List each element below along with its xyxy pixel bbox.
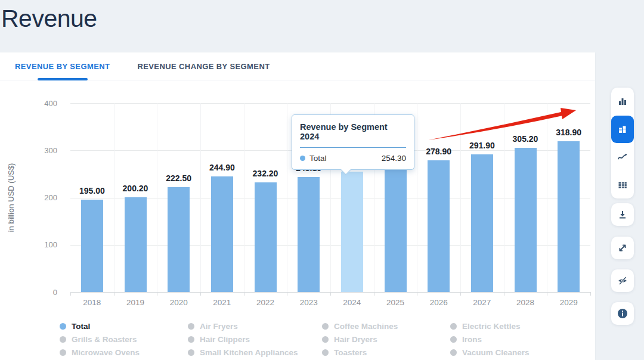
legend-label: Irons: [462, 335, 482, 344]
expand-icon: [617, 243, 628, 253]
tooltip-value: 254.30: [382, 154, 406, 163]
data-table-icon: [617, 179, 628, 190]
chart-bar-2028[interactable]: [515, 148, 537, 292]
x-axis-tick: [200, 292, 201, 296]
bar-value-label: 232.20: [242, 169, 289, 178]
chart-tooltip: Revenue by Segment 2024 Total 254.30: [292, 114, 414, 170]
legend-item-small-kitchen-appliances[interactable]: Small Kitchen Appliances: [188, 346, 322, 359]
x-axis-label: 2021: [200, 298, 243, 307]
legend-dot-icon: [450, 323, 457, 330]
legend-dot-icon: [188, 323, 194, 330]
x-axis-label: 2029: [547, 298, 590, 307]
line-chart-button[interactable]: [611, 143, 634, 171]
y-axis-tick-label: 400: [32, 100, 57, 107]
legend-label: Hair Dryers: [334, 335, 377, 344]
chart-bar-2018[interactable]: [81, 200, 103, 292]
chart-bar-2029[interactable]: [558, 141, 580, 292]
tooltip-divider: [300, 147, 406, 148]
legend-item-toasters[interactable]: Toasters: [322, 346, 450, 359]
bar-value-label: 222.50: [155, 173, 203, 183]
x-axis-tick: [287, 292, 287, 296]
info-button[interactable]: [611, 302, 634, 325]
series-dot-icon: [300, 156, 305, 161]
legend-dot-icon: [322, 349, 329, 356]
legend-label: Total: [72, 322, 90, 331]
x-axis-label: 2026: [417, 298, 460, 307]
segment-blocks-button[interactable]: [611, 116, 634, 144]
legend-item-vacuum-cleaners[interactable]: Vacuum Cleaners: [450, 346, 569, 359]
legend-label: Hair Clippers: [200, 335, 250, 344]
x-axis-tick: [460, 292, 461, 296]
vertical-gridline: [287, 103, 287, 292]
segment-blocks-icon: [617, 124, 628, 135]
legend-label: Small Kitchen Appliances: [200, 348, 298, 357]
legend-item-air-fryers[interactable]: Air Fryers: [188, 319, 322, 333]
y-axis-tick-label: 100: [32, 241, 57, 249]
x-axis-label: 2024: [330, 298, 373, 307]
bar-value-label: 318.90: [545, 128, 593, 137]
legend-label: Vacuum Cleaners: [462, 348, 530, 357]
x-axis-tick: [590, 292, 591, 296]
vertical-gridline: [504, 103, 504, 292]
legend-item-electric-kettles[interactable]: Electric Kettles: [450, 319, 569, 333]
legend-dot-icon: [450, 336, 457, 343]
y-axis-tick-label: 300: [32, 147, 57, 154]
legend-item-total[interactable]: Total: [60, 319, 188, 333]
chart-type-toolbar: [611, 88, 634, 198]
bar-value-label: 200.20: [112, 184, 159, 193]
vertical-gridline: [460, 103, 461, 292]
tooltip-title: Revenue by Segment 2024: [300, 122, 406, 141]
legend-label: Toasters: [334, 348, 367, 357]
legend-dot-icon: [60, 349, 66, 356]
legend-label: Microwave Ovens: [72, 348, 140, 357]
chart-plot-area: in billion USD (US$) 0100200300400195.00…: [0, 0, 644, 360]
x-axis-label: 2018: [70, 298, 113, 307]
legend-item-hair-dryers[interactable]: Hair Dryers: [322, 333, 450, 346]
download-button[interactable]: [611, 203, 634, 226]
legend-dot-icon: [322, 336, 329, 343]
x-axis-tick: [330, 292, 331, 296]
legend-dot-icon: [188, 336, 194, 343]
vertical-gridline: [200, 103, 201, 292]
chart-bar-2027[interactable]: [471, 154, 493, 292]
chart-bar-2025[interactable]: [385, 166, 407, 292]
legend-item-hair-clippers[interactable]: Hair Clippers: [188, 333, 322, 346]
bar-value-label: 278.90: [415, 147, 463, 156]
x-axis-label: 2025: [374, 298, 417, 307]
legend-label: Coffee Machines: [334, 322, 398, 331]
tooltip-series-name: Total: [309, 154, 327, 163]
x-axis-tick: [374, 292, 374, 296]
chart-bar-2021[interactable]: [211, 176, 233, 292]
x-axis-label: 2028: [504, 298, 547, 307]
x-axis-tick: [157, 292, 157, 296]
vertical-gridline: [244, 103, 244, 292]
legend-item-microwave-ovens[interactable]: Microwave Ovens: [60, 346, 188, 359]
legend-item-coffee-machines[interactable]: Coffee Machines: [322, 319, 450, 333]
column-chart-icon: [617, 96, 628, 107]
bar-value-label: 195.00: [68, 186, 116, 195]
y-axis-tick-label: 0: [32, 288, 57, 296]
chart-bar-2023[interactable]: [298, 177, 320, 292]
hide-chart-button[interactable]: [611, 269, 634, 292]
line-chart-icon: [617, 151, 628, 162]
bar-value-label: 244.90: [198, 163, 246, 172]
chart-bar-2024[interactable]: [341, 172, 363, 292]
legend-dot-icon: [60, 323, 66, 330]
expand-button[interactable]: [611, 237, 634, 259]
x-axis-tick: [114, 292, 114, 296]
legend-label: Air Fryers: [200, 322, 238, 331]
chart-bar-2020[interactable]: [168, 187, 190, 292]
legend-item-grills-roasters[interactable]: Grills & Roasters: [60, 333, 188, 346]
chart-bar-2026[interactable]: [428, 160, 450, 292]
x-axis-label: 2022: [244, 298, 287, 307]
x-axis-label: 2023: [287, 298, 330, 307]
x-axis-tick: [417, 292, 417, 296]
vertical-gridline: [114, 103, 114, 292]
data-table-button[interactable]: [611, 171, 634, 199]
download-icon: [617, 209, 628, 220]
info-icon: [617, 308, 628, 319]
column-chart-button[interactable]: [611, 88, 634, 116]
chart-bar-2019[interactable]: [125, 197, 147, 292]
chart-bar-2022[interactable]: [255, 182, 277, 292]
legend-item-irons[interactable]: Irons: [450, 333, 569, 346]
